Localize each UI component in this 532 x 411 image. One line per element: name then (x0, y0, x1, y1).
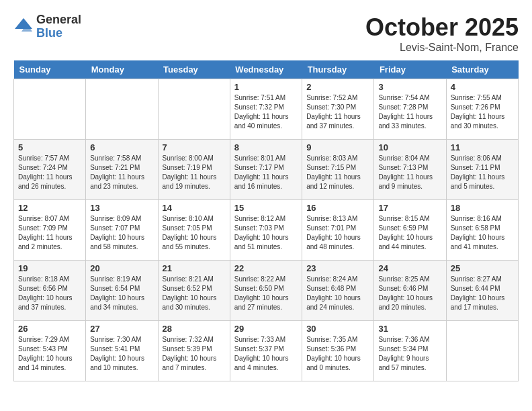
col-monday: Monday (86, 60, 158, 79)
day-number: 30 (306, 324, 369, 334)
day-info: Sunrise: 8:04 AM Sunset: 7:13 PM Dayligh… (378, 154, 441, 191)
day-number: 8 (234, 142, 298, 152)
day-number: 17 (378, 203, 441, 213)
calendar-cell: 13Sunrise: 8:09 AM Sunset: 7:07 PM Dayli… (86, 200, 158, 261)
calendar-cell: 24Sunrise: 8:25 AM Sunset: 6:46 PM Dayli… (374, 261, 446, 321)
calendar-cell: 25Sunrise: 8:27 AM Sunset: 6:44 PM Dayli… (446, 261, 518, 321)
day-info: Sunrise: 8:00 AM Sunset: 7:19 PM Dayligh… (163, 154, 226, 191)
day-info: Sunrise: 8:19 AM Sunset: 6:54 PM Dayligh… (90, 275, 153, 312)
day-number: 29 (234, 324, 298, 334)
calendar-cell: 27Sunrise: 7:30 AM Sunset: 5:41 PM Dayli… (86, 321, 158, 381)
day-number: 3 (378, 82, 441, 92)
day-info: Sunrise: 7:58 AM Sunset: 7:21 PM Dayligh… (90, 154, 153, 191)
calendar-cell: 11Sunrise: 8:06 AM Sunset: 7:11 PM Dayli… (446, 140, 518, 200)
page-header: General Blue October 2025 Levis-Saint-No… (13, 13, 519, 54)
day-info: Sunrise: 7:36 AM Sunset: 5:34 PM Dayligh… (378, 335, 441, 373)
col-saturday: Saturday (446, 60, 518, 79)
day-info: Sunrise: 8:21 AM Sunset: 6:52 PM Dayligh… (163, 275, 226, 312)
col-friday: Friday (374, 60, 446, 79)
calendar-cell: 26Sunrise: 7:29 AM Sunset: 5:43 PM Dayli… (14, 321, 86, 381)
day-number: 10 (378, 142, 441, 152)
day-info: Sunrise: 7:35 AM Sunset: 5:36 PM Dayligh… (306, 335, 369, 373)
calendar-cell: 21Sunrise: 8:21 AM Sunset: 6:52 PM Dayli… (158, 261, 230, 321)
day-info: Sunrise: 8:15 AM Sunset: 6:59 PM Dayligh… (378, 214, 441, 252)
day-number: 25 (451, 263, 514, 273)
day-info: Sunrise: 8:27 AM Sunset: 6:44 PM Dayligh… (451, 275, 514, 312)
day-info: Sunrise: 7:54 AM Sunset: 7:28 PM Dayligh… (378, 93, 441, 131)
day-number: 7 (163, 142, 226, 152)
logo-general: General (36, 13, 81, 27)
day-info: Sunrise: 8:03 AM Sunset: 7:15 PM Dayligh… (306, 154, 369, 191)
calendar-week-2: 5Sunrise: 7:57 AM Sunset: 7:24 PM Daylig… (14, 140, 519, 200)
day-number: 26 (18, 324, 81, 334)
day-number: 21 (163, 263, 226, 273)
svg-marker-0 (15, 18, 32, 29)
day-info: Sunrise: 8:13 AM Sunset: 7:01 PM Dayligh… (306, 214, 369, 252)
calendar-cell: 5Sunrise: 7:57 AM Sunset: 7:24 PM Daylig… (14, 140, 86, 200)
calendar-cell: 6Sunrise: 7:58 AM Sunset: 7:21 PM Daylig… (86, 140, 158, 200)
calendar-table: Sunday Monday Tuesday Wednesday Thursday… (13, 60, 519, 381)
calendar-cell: 16Sunrise: 8:13 AM Sunset: 7:01 PM Dayli… (302, 200, 374, 261)
day-number: 27 (90, 324, 153, 334)
calendar-cell: 20Sunrise: 8:19 AM Sunset: 6:54 PM Dayli… (86, 261, 158, 321)
calendar-week-4: 19Sunrise: 8:18 AM Sunset: 6:56 PM Dayli… (14, 261, 519, 321)
calendar-cell: 18Sunrise: 8:16 AM Sunset: 6:58 PM Dayli… (446, 200, 518, 261)
calendar-cell: 10Sunrise: 8:04 AM Sunset: 7:13 PM Dayli… (374, 140, 446, 200)
day-info: Sunrise: 7:57 AM Sunset: 7:24 PM Dayligh… (18, 154, 81, 191)
day-info: Sunrise: 8:25 AM Sunset: 6:46 PM Dayligh… (378, 275, 441, 312)
day-number: 2 (306, 82, 369, 92)
day-number: 23 (306, 263, 369, 273)
calendar-cell: 17Sunrise: 8:15 AM Sunset: 6:59 PM Dayli… (374, 200, 446, 261)
calendar-cell: 8Sunrise: 8:01 AM Sunset: 7:17 PM Daylig… (230, 140, 302, 200)
col-thursday: Thursday (302, 60, 374, 79)
header-row: Sunday Monday Tuesday Wednesday Thursday… (14, 60, 519, 79)
day-info: Sunrise: 7:55 AM Sunset: 7:26 PM Dayligh… (451, 93, 514, 131)
day-number: 18 (451, 203, 514, 213)
calendar-cell: 2Sunrise: 7:52 AM Sunset: 7:30 PM Daylig… (302, 79, 374, 140)
calendar-cell: 7Sunrise: 8:00 AM Sunset: 7:19 PM Daylig… (158, 140, 230, 200)
day-info: Sunrise: 7:51 AM Sunset: 7:32 PM Dayligh… (234, 93, 298, 131)
day-info: Sunrise: 7:29 AM Sunset: 5:43 PM Dayligh… (18, 335, 81, 373)
day-number: 22 (234, 263, 298, 273)
day-info: Sunrise: 8:22 AM Sunset: 6:50 PM Dayligh… (234, 275, 298, 312)
title-section: October 2025 Levis-Saint-Nom, France (365, 13, 519, 54)
day-number: 4 (451, 82, 514, 92)
calendar-cell: 28Sunrise: 7:32 AM Sunset: 5:39 PM Dayli… (158, 321, 230, 381)
day-info: Sunrise: 8:12 AM Sunset: 7:03 PM Dayligh… (234, 214, 298, 252)
location: Levis-Saint-Nom, France (365, 42, 519, 54)
day-info: Sunrise: 8:06 AM Sunset: 7:11 PM Dayligh… (451, 154, 514, 191)
day-number: 9 (306, 142, 369, 152)
calendar-cell: 31Sunrise: 7:36 AM Sunset: 5:34 PM Dayli… (374, 321, 446, 381)
day-info: Sunrise: 8:18 AM Sunset: 6:56 PM Dayligh… (18, 275, 81, 312)
calendar-cell (86, 79, 158, 140)
day-info: Sunrise: 7:33 AM Sunset: 5:37 PM Dayligh… (234, 335, 298, 373)
day-info: Sunrise: 8:07 AM Sunset: 7:09 PM Dayligh… (18, 214, 81, 252)
calendar-cell: 14Sunrise: 8:10 AM Sunset: 7:05 PM Dayli… (158, 200, 230, 261)
day-number: 6 (90, 142, 153, 152)
day-number: 20 (90, 263, 153, 273)
col-tuesday: Tuesday (158, 60, 230, 79)
logo-icon (13, 17, 34, 37)
col-wednesday: Wednesday (230, 60, 302, 79)
calendar-cell: 29Sunrise: 7:33 AM Sunset: 5:37 PM Dayli… (230, 321, 302, 381)
logo-blue: Blue (36, 27, 81, 40)
calendar-cell (14, 79, 86, 140)
day-info: Sunrise: 8:09 AM Sunset: 7:07 PM Dayligh… (90, 214, 153, 252)
calendar-week-3: 12Sunrise: 8:07 AM Sunset: 7:09 PM Dayli… (14, 200, 519, 261)
day-info: Sunrise: 8:10 AM Sunset: 7:05 PM Dayligh… (163, 214, 226, 252)
calendar-cell: 30Sunrise: 7:35 AM Sunset: 5:36 PM Dayli… (302, 321, 374, 381)
day-number: 11 (451, 142, 514, 152)
logo-text: General Blue (36, 13, 81, 40)
calendar-cell: 1Sunrise: 7:51 AM Sunset: 7:32 PM Daylig… (230, 79, 302, 140)
calendar-cell: 12Sunrise: 8:07 AM Sunset: 7:09 PM Dayli… (14, 200, 86, 261)
calendar-cell: 22Sunrise: 8:22 AM Sunset: 6:50 PM Dayli… (230, 261, 302, 321)
calendar-cell: 23Sunrise: 8:24 AM Sunset: 6:48 PM Dayli… (302, 261, 374, 321)
month-title: October 2025 (365, 13, 519, 42)
day-info: Sunrise: 7:32 AM Sunset: 5:39 PM Dayligh… (163, 335, 226, 373)
day-number: 12 (18, 203, 81, 213)
day-info: Sunrise: 7:52 AM Sunset: 7:30 PM Dayligh… (306, 93, 369, 131)
calendar-week-5: 26Sunrise: 7:29 AM Sunset: 5:43 PM Dayli… (14, 321, 519, 381)
calendar-cell: 15Sunrise: 8:12 AM Sunset: 7:03 PM Dayli… (230, 200, 302, 261)
day-number: 14 (163, 203, 226, 213)
logo: General Blue (13, 13, 81, 40)
